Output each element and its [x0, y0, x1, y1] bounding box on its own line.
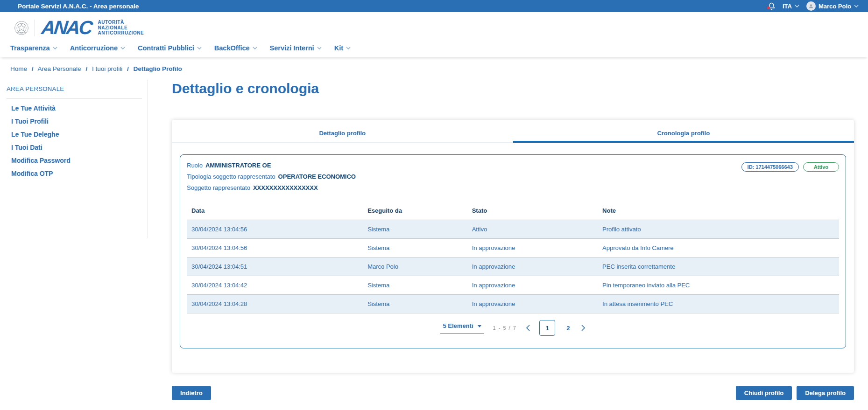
cell-note: Pin temporaneo inviato alla PEC [598, 276, 839, 294]
language-label: ITA [783, 3, 792, 10]
chevron-down-icon [854, 5, 859, 7]
role-label: Ruolo [187, 162, 203, 169]
topbar-right-cluster: ITA Marco Polo [768, 1, 859, 11]
chevron-down-icon [197, 47, 202, 49]
italy-emblem-icon [14, 21, 29, 35]
table-row: 30/04/2024 13:04:42 Sistema In approvazi… [187, 276, 839, 295]
column-header-data: Data [187, 202, 363, 220]
user-menu[interactable]: Marco Polo [806, 1, 859, 11]
subject-label: Soggetto rappresentato [187, 184, 250, 191]
page-size-selector[interactable]: 5 Elementi [440, 322, 483, 334]
breadcrumb-current: Dettaglio Profilo [134, 65, 182, 72]
role-value: AMMINISTRATORE OE [205, 162, 271, 169]
tab-dettaglio-profilo[interactable]: Dettaglio profilo [172, 120, 513, 143]
nav-item-anticorruzione[interactable]: Anticorruzione [70, 44, 125, 52]
profile-card: Dettaglio profilo Cronologia profilo Ruo… [172, 120, 854, 373]
nav-item-backoffice[interactable]: BackOffice [214, 44, 257, 52]
notification-dot [767, 7, 770, 9]
table-row: 30/04/2024 13:04:56 Sistema In approvazi… [187, 239, 839, 257]
logo-line: NAZIONALE [98, 25, 127, 30]
cell-data: 30/04/2024 13:04:56 [187, 220, 363, 238]
page-button-1[interactable]: 1 [539, 320, 555, 336]
previous-page-button[interactable] [526, 325, 530, 331]
cell-note: Profilo attivato [598, 220, 839, 238]
tabs: Dettaglio profilo Cronologia profilo [172, 120, 854, 143]
chevron-down-icon [317, 47, 322, 49]
page-range-label: 1 - 5 / 7 [493, 325, 517, 331]
site-header: ANAC AUTORITÀ NAZIONALE ANTICORRUZIONE [0, 12, 868, 43]
nav-item-servizi-interni[interactable]: Servizi Interni [270, 44, 322, 52]
nav-item-label: Trasparenza [10, 44, 50, 52]
anac-logo[interactable]: ANAC [41, 18, 92, 37]
sidebar-item-le-tue-attivita[interactable]: Le Tue Attività [11, 105, 148, 112]
sidebar-item-i-tuoi-dati[interactable]: I Tuoi Dati [11, 144, 148, 151]
table-row: 30/04/2024 13:04:28 Sistema In approvazi… [187, 295, 839, 313]
main-panel: Dettaglio e cronologia Dettaglio profilo… [148, 80, 868, 400]
main-nav: Trasparenza Anticorruzione Contratti Pub… [0, 43, 868, 57]
cell-eseguito-da: Sistema [363, 239, 467, 257]
page-title: Dettaglio e cronologia [172, 81, 854, 97]
language-selector[interactable]: ITA [783, 3, 799, 10]
nav-item-kit[interactable]: Kit [334, 44, 351, 52]
pagination: 5 Elementi 1 - 5 / 7 1 2 [187, 320, 839, 336]
history-table: Data Eseguito da Stato Note 30/04/2024 1… [187, 202, 839, 313]
column-header-note: Note [598, 202, 839, 220]
user-avatar-icon [808, 3, 814, 9]
breadcrumb-separator: / [32, 65, 34, 72]
avatar [806, 1, 816, 11]
chevron-right-icon [581, 325, 586, 331]
breadcrumb-area-personale[interactable]: Area Personale [38, 65, 81, 72]
logo-line: ANTICORRUZIONE [98, 30, 144, 35]
portal-page: Portale Servizi A.N.A.C. - Area personal… [0, 0, 868, 410]
chevron-down-icon [346, 47, 351, 49]
column-header-eseguito-da: Eseguito da [363, 202, 467, 220]
sidebar: AREA PERSONALE Le Tue Attività I Tuoi Pr… [0, 80, 148, 400]
cell-eseguito-da: Sistema [363, 276, 467, 294]
sidebar-item-i-tuoi-profili[interactable]: I Tuoi Profili [11, 118, 148, 125]
back-button[interactable]: Indietro [172, 386, 211, 400]
cell-stato: In approvazione [467, 276, 598, 294]
breadcrumb: Home / Area Personale / I tuoi profili /… [0, 57, 868, 73]
chevron-down-icon [53, 47, 57, 49]
content-area: AREA PERSONALE Le Tue Attività I Tuoi Pr… [0, 80, 868, 400]
column-header-stato: Stato [467, 202, 598, 220]
cell-eseguito-da: Sistema [363, 295, 467, 313]
cell-stato: In approvazione [467, 239, 598, 257]
page-button-2[interactable]: 2 [565, 325, 572, 332]
cell-stato: In approvazione [467, 257, 598, 276]
close-profile-button[interactable]: Chiudi profilo [736, 386, 792, 400]
profile-info: RuoloAMMINISTRATORE OE Tipologia soggett… [187, 162, 356, 195]
cell-stato: Attivo [467, 220, 598, 238]
user-name: Marco Polo [819, 3, 851, 10]
sidebar-item-modifica-password[interactable]: Modifica Password [11, 157, 148, 164]
cell-eseguito-da: Marco Polo [363, 257, 467, 276]
cell-data: 30/04/2024 13:04:28 [187, 295, 363, 313]
sidebar-item-le-tue-deleghe[interactable]: Le Tue Deleghe [11, 131, 148, 138]
badges: ID: 1714475066643 Attivo [741, 162, 839, 172]
logo-divider [35, 20, 35, 36]
sidebar-item-modifica-otp[interactable]: Modifica OTP [11, 170, 148, 177]
next-page-button[interactable] [581, 325, 586, 331]
cell-note: In attesa inserimento PEC [598, 295, 839, 313]
nav-item-label: BackOffice [214, 44, 250, 52]
table-row: 30/04/2024 13:04:56 Sistema Attivo Profi… [187, 220, 839, 239]
delegate-profile-button[interactable]: Delega profilo [797, 386, 854, 400]
nav-item-label: Anticorruzione [70, 44, 118, 52]
sidebar-title: AREA PERSONALE [7, 85, 148, 92]
subject-type-label: Tipologia soggetto rappresentato [187, 173, 275, 180]
notifications-bell-button[interactable] [768, 2, 776, 10]
nav-item-label: Contratti Pubblici [138, 44, 194, 52]
tab-cronologia-profilo[interactable]: Cronologia profilo [513, 120, 854, 143]
breadcrumb-home[interactable]: Home [10, 65, 27, 72]
cell-note: Approvato da Info Camere [598, 239, 839, 257]
breadcrumb-separator: / [127, 65, 129, 72]
chevron-down-icon [795, 5, 799, 7]
breadcrumb-i-tuoi-profili[interactable]: I tuoi profili [92, 65, 122, 72]
logo-line: AUTORITÀ [98, 20, 124, 25]
breadcrumb-separator: / [85, 65, 87, 72]
chevron-down-icon [253, 47, 257, 49]
nav-item-trasparenza[interactable]: Trasparenza [10, 44, 57, 52]
subject-type-value: OPERATORE ECONOMICO [278, 173, 356, 180]
nav-item-contratti-pubblici[interactable]: Contratti Pubblici [138, 44, 202, 52]
cell-eseguito-da: Sistema [363, 220, 467, 238]
